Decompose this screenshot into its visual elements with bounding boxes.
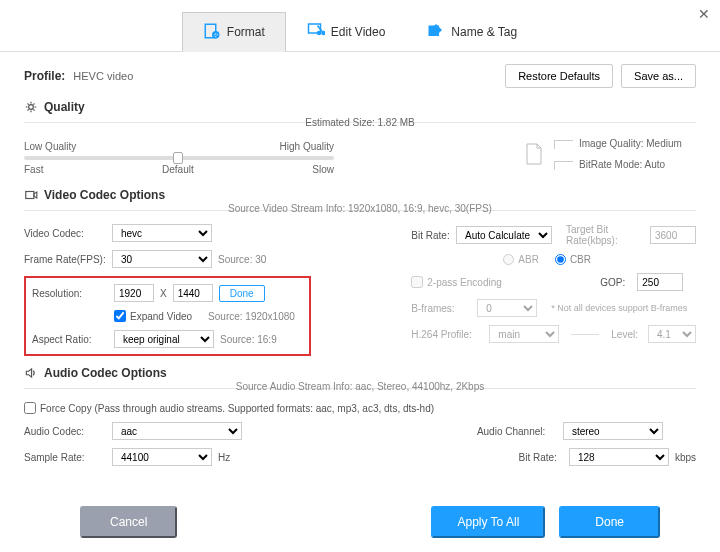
restore-defaults-button[interactable]: Restore Defaults — [505, 64, 613, 88]
two-pass-checkbox[interactable]: 2-pass Encoding — [411, 276, 571, 288]
resolution-highlight-box: Resolution: X Done Expand Video Source: … — [24, 276, 311, 356]
bit-rate-select[interactable]: Auto Calculate — [456, 226, 552, 244]
cbr-radio[interactable]: CBR — [555, 254, 591, 265]
tab-name-tag[interactable]: Name & Tag — [406, 12, 538, 51]
done-button[interactable]: Done — [559, 506, 660, 538]
close-button[interactable]: ✕ — [698, 6, 710, 22]
tab-edit-label: Edit Video — [331, 25, 386, 39]
profile-label: Profile: — [24, 69, 65, 83]
sample-rate-label: Sample Rate: — [24, 452, 106, 463]
high-quality-label: High Quality — [280, 141, 334, 152]
audio-bitrate-label: Bit Rate: — [477, 452, 557, 463]
quality-slider[interactable]: Low Quality High Quality Fast Default Sl… — [24, 141, 334, 175]
audio-codec-label: Audio Codec: — [24, 426, 106, 437]
aspect-ratio-select[interactable]: keep original — [114, 330, 214, 348]
h264-profile-label: H.264 Profile: — [411, 329, 483, 340]
video-icon — [24, 188, 38, 202]
cancel-button[interactable]: Cancel — [80, 506, 177, 538]
bit-rate-label: Bit Rate: — [411, 230, 450, 241]
apply-to-all-button[interactable]: Apply To All — [431, 506, 545, 538]
default-label: Default — [162, 164, 194, 175]
fast-label: Fast — [24, 164, 43, 175]
abr-radio[interactable]: ABR — [503, 254, 539, 265]
resolution-height-input[interactable] — [173, 284, 213, 302]
slow-label: Slow — [312, 164, 334, 175]
frame-rate-select[interactable]: 30 — [112, 250, 212, 268]
slider-thumb[interactable] — [173, 152, 183, 164]
bitrate-mode-text: BitRate Mode: Auto — [554, 159, 682, 170]
hz-label: Hz — [218, 452, 230, 463]
bframes-select: 0 — [477, 299, 537, 317]
bframes-label: B-frames: — [411, 303, 471, 314]
resolution-label: Resolution: — [32, 288, 108, 299]
audio-codec-title: Audio Codec Options — [24, 366, 696, 380]
kbps-label: kbps — [675, 452, 696, 463]
save-as-button[interactable]: Save as... — [621, 64, 696, 88]
frame-rate-label: Frame Rate(FPS): — [24, 254, 106, 265]
image-quality-text: Image Quality: Medium — [554, 138, 682, 149]
frame-rate-source: Source: 30 — [218, 254, 266, 265]
aspect-ratio-label: Aspect Ratio: — [32, 334, 108, 345]
sample-rate-select[interactable]: 44100 — [112, 448, 212, 466]
audio-channel-select[interactable]: stereo — [563, 422, 663, 440]
speaker-icon — [24, 366, 38, 380]
gop-input[interactable] — [637, 273, 683, 291]
resolution-done-button[interactable]: Done — [219, 285, 265, 302]
video-codec-label: Video Codec: — [24, 228, 106, 239]
resolution-width-input[interactable] — [114, 284, 154, 302]
gear-icon — [24, 100, 38, 114]
gop-label: GOP: — [577, 277, 625, 288]
audio-bitrate-select[interactable]: 128 — [569, 448, 669, 466]
h264-profile-select: main — [489, 325, 559, 343]
page-icon — [524, 142, 544, 166]
tab-name-label: Name & Tag — [451, 25, 517, 39]
profile-value: HEVC video — [73, 70, 133, 82]
quality-title: Quality — [24, 100, 696, 114]
resolution-source: Source: 1920x1080 — [208, 311, 295, 322]
video-source-info: Source Video Stream Info: 1920x1080, 16:… — [24, 203, 696, 214]
audio-codec-select[interactable]: aac — [112, 422, 242, 440]
estimated-size: Estimated Size: 1.82 MB — [24, 117, 696, 128]
bframes-note: * Not all devices support B-frames — [551, 303, 687, 313]
svg-rect-7 — [26, 192, 34, 199]
format-icon — [203, 22, 221, 43]
scissors-icon — [307, 21, 325, 42]
level-label: Level: — [611, 329, 638, 340]
video-codec-title: Video Codec Options — [24, 188, 696, 202]
video-codec-select[interactable]: hevc — [112, 224, 212, 242]
expand-video-checkbox[interactable]: Expand Video — [114, 310, 192, 322]
svg-point-1 — [212, 31, 220, 39]
resolution-x: X — [160, 288, 167, 299]
target-bitrate-input — [650, 226, 696, 244]
pencil-icon — [427, 21, 445, 42]
audio-source-info: Source Audio Stream Info: aac, Stereo, 4… — [24, 381, 696, 392]
tab-format-label: Format — [227, 25, 265, 39]
low-quality-label: Low Quality — [24, 141, 76, 152]
audio-channel-label: Audio Channel: — [477, 426, 557, 437]
target-bitrate-label: Target Bit Rate(kbps): — [566, 224, 644, 246]
level-select: 4.1 — [648, 325, 696, 343]
aspect-ratio-source: Source: 16:9 — [220, 334, 277, 345]
tab-edit-video[interactable]: Edit Video — [286, 12, 407, 51]
tab-format[interactable]: Format — [182, 12, 286, 52]
force-copy-checkbox[interactable]: Force Copy (Pass through audio streams. … — [24, 402, 434, 414]
svg-point-3 — [317, 31, 322, 36]
tab-bar: Format Edit Video Name & Tag — [0, 0, 720, 52]
svg-point-6 — [29, 105, 34, 110]
